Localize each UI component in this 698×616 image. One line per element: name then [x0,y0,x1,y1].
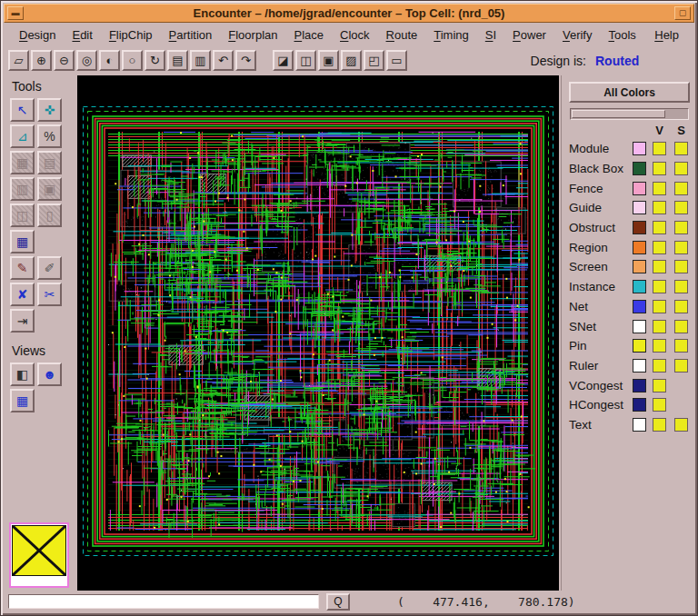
layout-canvas[interactable] [77,75,559,591]
query-button[interactable]: Q [326,593,350,611]
menu-tools[interactable]: Tools [600,25,643,45]
amoeba-view-button[interactable]: ▦ [10,389,35,412]
layer-color-swatch[interactable] [633,398,646,412]
layer-color-swatch[interactable] [633,418,646,432]
move-tool-button[interactable]: ✜ [37,98,62,122]
layer-selectable-checkbox[interactable] [674,300,688,313]
delete-wire-tool-button[interactable]: ✘ [10,283,35,306]
layer-selectable-checkbox[interactable] [674,201,688,214]
layer-color-swatch[interactable] [633,320,646,333]
layer-visible-checkbox[interactable] [653,280,666,293]
design-browser-button[interactable]: ◫ [295,50,316,71]
zoom-selected-button[interactable]: ○ [122,50,143,71]
layer-selectable-checkbox[interactable] [674,339,688,353]
layer-visible-checkbox[interactable] [653,398,666,412]
layer-color-swatch[interactable] [633,379,646,392]
layer-selectable-checkbox[interactable] [674,142,688,155]
edit-grid-tool-2-button[interactable]: ▤ [37,151,62,174]
layer-color-swatch[interactable] [633,201,646,214]
edit-grid-tool-1-button[interactable]: ▦ [10,151,35,174]
layer-selectable-checkbox[interactable] [674,241,688,254]
menu-floorplan[interactable]: Floorplan [220,25,285,45]
layer-color-swatch[interactable] [633,221,646,234]
zoom-fit-button[interactable]: ◎ [76,50,97,71]
physical-view-button[interactable]: ▥ [190,50,211,71]
edit-box-tool-button[interactable]: ✐ [37,256,62,280]
all-colors-button[interactable]: All Colors [569,82,690,103]
menu-timing[interactable]: Timing [425,25,477,45]
maximize-icon[interactable]: ▢ [674,6,691,20]
menu-verify[interactable]: Verify [554,25,601,45]
menu-design[interactable]: Design [11,25,64,45]
attach-tool-button[interactable]: ⇥ [10,309,35,333]
menu-power[interactable]: Power [504,25,554,45]
select-mode-button[interactable]: ▱ [8,50,29,71]
edit-grid-tool-5-button[interactable]: ◫ [10,204,35,227]
layer-visible-checkbox[interactable] [653,162,666,175]
layer-color-swatch[interactable] [633,162,646,175]
layer-color-swatch[interactable] [633,339,646,353]
layer-color-swatch[interactable] [633,300,646,313]
edit-grid-tool-6-button[interactable]: ▯ [37,204,62,227]
layer-selectable-checkbox[interactable] [674,359,688,373]
layer-selectable-checkbox[interactable] [674,260,688,273]
ruler-tool-button[interactable]: ⊿ [10,124,35,148]
layer-visible-checkbox[interactable] [653,418,666,432]
clipboard-button[interactable]: ▨ [341,50,362,71]
layer-visible-checkbox[interactable] [653,260,666,273]
violation-browser-button[interactable]: ▣ [318,50,339,71]
menu-si[interactable]: SI [477,25,504,45]
layer-visible-checkbox[interactable] [653,379,666,392]
menu-clock[interactable]: Clock [332,25,378,45]
layer-color-swatch[interactable] [633,241,646,254]
zoom-out-button[interactable]: ⊖ [54,50,75,71]
snapshot-button[interactable]: ◰ [364,50,384,71]
physical-view-button[interactable]: ☻ [37,363,62,386]
layer-color-swatch[interactable] [633,182,646,195]
summary-report-button[interactable]: ◪ [273,50,294,71]
edit-wire-tool-button[interactable]: ✎ [10,256,35,280]
layer-visible-checkbox[interactable] [653,142,666,155]
window-menu-icon[interactable]: ▬ [7,6,24,20]
layer-visible-checkbox[interactable] [653,300,666,313]
redo-button[interactable]: ↷ [235,50,256,71]
layer-visible-checkbox[interactable] [653,182,666,195]
undo-button[interactable]: ↶ [213,50,234,71]
layer-selectable-checkbox[interactable] [674,162,688,175]
menu-help[interactable]: Help [646,25,687,45]
percent-tool-button[interactable]: % [37,124,62,148]
layer-visible-checkbox[interactable] [653,201,666,214]
menu-partition[interactable]: Partition [161,25,221,45]
layer-list-scrollbar[interactable] [570,108,689,120]
layer-visible-checkbox[interactable] [653,320,666,333]
layer-color-swatch[interactable] [633,142,646,155]
stipple-grid-tool-button[interactable]: ▦ [10,230,35,253]
edit-grid-tool-3-button[interactable]: ▥ [10,177,35,201]
layer-visible-checkbox[interactable] [653,221,666,234]
menu-edit[interactable]: Edit [64,25,100,45]
title-bar[interactable]: ▬ Encounter – /home/jgrad/encounter – To… [4,4,694,23]
select-tool-button[interactable]: ↖ [10,98,35,122]
edit-grid-tool-4-button[interactable]: ▣ [37,177,62,201]
layer-visible-checkbox[interactable] [653,241,666,254]
layer-list-scrollbar-thumb[interactable] [572,110,665,118]
world-view-widget[interactable] [9,522,69,588]
menu-route[interactable]: Route [378,25,426,45]
redraw-button[interactable]: ↻ [145,50,165,71]
floorplan-view-button[interactable]: ▤ [167,50,188,71]
layer-visible-checkbox[interactable] [653,359,666,373]
cut-wire-tool-button[interactable]: ✂ [37,283,62,306]
layer-color-swatch[interactable] [633,260,646,273]
layer-selectable-checkbox[interactable] [674,182,688,195]
command-input[interactable] [8,594,319,609]
floorplan-view-button[interactable]: ◧ [10,363,35,386]
layer-selectable-checkbox[interactable] [674,280,688,293]
layer-color-swatch[interactable] [633,280,646,293]
zoom-in-button[interactable]: ⊕ [31,50,52,71]
layer-selectable-checkbox[interactable] [674,320,688,333]
menu-place[interactable]: Place [286,25,333,45]
screen-capture-button[interactable]: ▭ [386,50,407,71]
layer-selectable-checkbox[interactable] [674,418,688,432]
zoom-previous-button[interactable]: ◐ [99,50,120,71]
layer-selectable-checkbox[interactable] [674,221,688,234]
